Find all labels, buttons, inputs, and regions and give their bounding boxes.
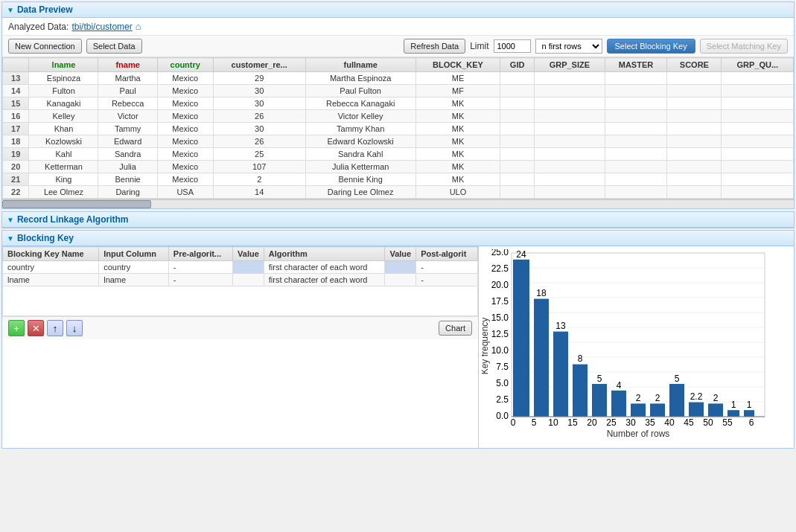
- record-linkage-title: Record Linkage Algorithm: [17, 214, 129, 225]
- table-cell: Martha: [98, 72, 157, 85]
- table-cell: [500, 161, 535, 173]
- blocking-key-header[interactable]: ▼ Blocking Key: [2, 231, 794, 246]
- svg-text:Number of rows: Number of rows: [607, 429, 670, 439]
- svg-text:45: 45: [684, 417, 694, 428]
- svg-text:8: 8: [578, 353, 583, 364]
- col-header-fname[interactable]: fname: [98, 58, 157, 72]
- table-cell: Kahl: [29, 148, 98, 161]
- input-col-lname: lname: [99, 274, 169, 286]
- select-blocking-key-button[interactable]: Select Blocking Key: [607, 39, 695, 54]
- horizontal-scrollbar[interactable]: [2, 199, 794, 208]
- svg-text:1: 1: [747, 400, 752, 410]
- col-header-gid[interactable]: GID: [500, 58, 535, 72]
- select-matching-key-button[interactable]: Select Matching Key: [700, 39, 788, 54]
- col-header-lname[interactable]: lname: [29, 58, 98, 72]
- record-linkage-panel: ▼ Record Linkage Algorithm: [1, 211, 795, 228]
- table-cell: [500, 186, 535, 199]
- table-cell: Martha Espinoza: [305, 72, 415, 85]
- table-cell: Sandra: [98, 148, 157, 161]
- data-preview-header[interactable]: ▼ Data Preview: [2, 2, 794, 18]
- svg-text:12.5: 12.5: [491, 329, 509, 339]
- scrollbar-thumb[interactable]: [2, 200, 151, 208]
- table-cell: [535, 123, 605, 135]
- table-cell: 19: [3, 148, 29, 161]
- table-cell: Julia Ketterman: [305, 161, 415, 173]
- blocking-toolbar: + ✕ ↑ ↓ Chart: [2, 316, 478, 339]
- table-cell: Mexico: [157, 110, 213, 123]
- svg-text:40: 40: [664, 417, 675, 428]
- table-cell: Mexico: [157, 72, 213, 85]
- table-cell: [500, 110, 535, 123]
- bar-55: [727, 410, 739, 417]
- move-up-button[interactable]: ↑: [47, 320, 63, 336]
- new-connection-button[interactable]: New Connection: [8, 39, 82, 54]
- value2-lname: [385, 274, 416, 286]
- col-header-country[interactable]: country: [157, 58, 213, 72]
- table-cell: MK: [415, 173, 500, 186]
- table-cell: Rebecca: [98, 97, 157, 110]
- table-cell: MK: [415, 110, 500, 123]
- analyzed-data-label: Analyzed Data:: [8, 22, 69, 32]
- table-cell: [535, 72, 605, 85]
- svg-text:5: 5: [675, 374, 680, 384]
- table-cell: [722, 123, 794, 135]
- table-cell: ME: [415, 72, 500, 85]
- blocking-row-lname: lname lname - first character of each wo…: [3, 274, 478, 286]
- table-row: 22Lee OlmezDaringUSA14Daring Lee OlmezUL…: [3, 186, 794, 199]
- table-cell: Bennie: [98, 173, 157, 186]
- record-linkage-header[interactable]: ▼ Record Linkage Algorithm: [2, 212, 794, 228]
- table-cell: Kanagaki: [29, 97, 98, 110]
- algo-country: first character of each word: [264, 261, 385, 274]
- table-cell: 20: [3, 161, 29, 173]
- move-down-button[interactable]: ↓: [66, 320, 83, 336]
- svg-text:2: 2: [713, 393, 719, 403]
- analyzed-data-row: Analyzed Data: tbi/tbi/customer ⌂: [2, 18, 794, 36]
- refresh-data-button[interactable]: Refresh Data: [404, 39, 465, 54]
- col-header-master[interactable]: MASTER: [605, 58, 667, 72]
- table-cell: Lee Olmez: [29, 186, 98, 199]
- chart-button[interactable]: Chart: [439, 321, 472, 336]
- add-row-button[interactable]: +: [8, 320, 25, 336]
- bar-58: [744, 410, 754, 417]
- col-header-grp-size[interactable]: GRP_SIZE: [535, 58, 605, 72]
- svg-text:2.2: 2.2: [690, 391, 703, 402]
- data-preview-panel: ▼ Data Preview Analyzed Data: tbi/tbi/cu…: [1, 1, 795, 209]
- table-cell: MK: [415, 161, 500, 173]
- analyzed-data-path[interactable]: tbi/tbi/customer: [71, 22, 132, 32]
- col-header-customer-re[interactable]: customer_re...: [213, 58, 305, 72]
- svg-rect-0: [512, 253, 765, 417]
- table-row: 19KahlSandraMexico25Sandra KahlMK: [3, 148, 794, 161]
- rows-dropdown[interactable]: n first rows: [535, 39, 602, 54]
- col-header-grp-qu[interactable]: GRP_QU...: [722, 58, 794, 72]
- blocking-key-panel: ▼ Blocking Key Blocking Key Name Input C…: [1, 230, 795, 449]
- col-header-rownum: [3, 58, 29, 72]
- table-cell: King: [29, 173, 98, 186]
- table-cell: 30: [213, 85, 305, 97]
- table-cell: Ketterman: [29, 161, 98, 173]
- chart-area: 0.0 2.5 5.0 7.5 10.0 12.5 15.0 17.5 20.0…: [479, 246, 794, 448]
- table-cell: 14: [213, 186, 305, 199]
- table-row: 16KelleyVictorMexico26Victor KelleyMK: [3, 110, 794, 123]
- table-cell: 30: [213, 123, 305, 135]
- data-table-container: lname fname country customer_re... fulln…: [2, 57, 794, 199]
- col-algorithm: Algorithm: [264, 247, 385, 261]
- svg-text:15: 15: [567, 417, 578, 428]
- table-cell: Victor Kelley: [305, 110, 415, 123]
- col-header-score[interactable]: SCORE: [667, 58, 722, 72]
- bar-40: [669, 384, 684, 417]
- col-header-fullname[interactable]: fullname: [305, 58, 415, 72]
- limit-input[interactable]: [494, 39, 531, 53]
- svg-text:6: 6: [749, 417, 754, 428]
- table-cell: 13: [3, 72, 29, 85]
- delete-row-button[interactable]: ✕: [28, 320, 44, 336]
- select-data-button[interactable]: Select Data: [86, 39, 142, 54]
- table-cell: [667, 186, 722, 199]
- col-pre-algo: Pre-algorit...: [168, 247, 232, 261]
- table-cell: Bennie King: [305, 173, 415, 186]
- col-header-block-key[interactable]: BLOCK_KEY: [415, 58, 500, 72]
- table-cell: Edward Kozlowski: [305, 135, 415, 148]
- svg-text:5: 5: [597, 374, 602, 384]
- table-cell: 107: [213, 161, 305, 173]
- table-cell: Victor: [98, 110, 157, 123]
- home-icon[interactable]: ⌂: [136, 21, 141, 32]
